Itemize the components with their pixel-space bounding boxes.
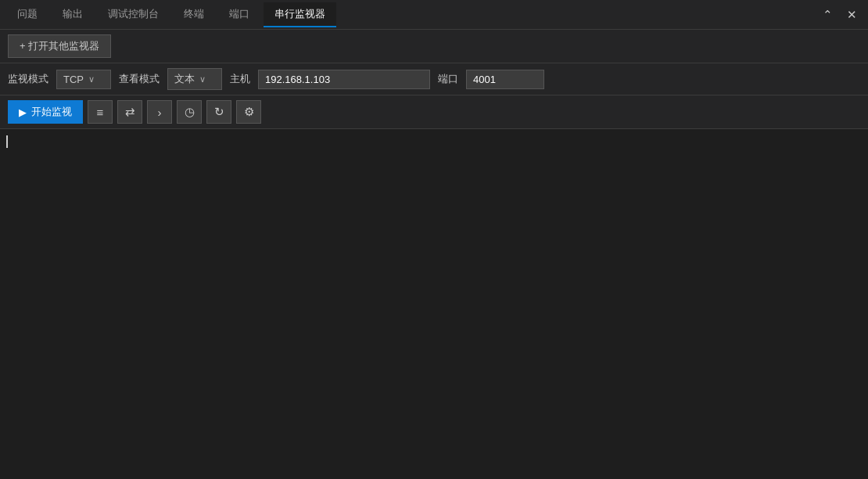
monitor-mode-value: TCP <box>63 74 84 85</box>
view-mode-value: 文本 <box>174 72 195 86</box>
view-mode-label: 查看模式 <box>119 72 160 86</box>
monitor-mode-chevron-icon: ∨ <box>88 74 95 85</box>
tab-ports[interactable]: 端口 <box>218 2 260 27</box>
clock-icon: ◷ <box>185 105 195 119</box>
host-input[interactable] <box>258 70 430 89</box>
start-icon: ▶ <box>19 106 27 118</box>
arrow-icon-button[interactable]: › <box>147 100 172 124</box>
text-cursor <box>6 135 8 148</box>
tab-serial-monitor[interactable]: 串行监视器 <box>264 2 336 27</box>
refresh-icon: ↻ <box>214 105 224 119</box>
connect-icon-button[interactable]: ⇄ <box>117 100 142 124</box>
tab-list: 问题 输出 调试控制台 终端 端口 串行监视器 <box>6 2 336 27</box>
settings-icon: ⚙ <box>244 105 254 119</box>
host-label: 主机 <box>230 72 250 86</box>
open-monitor-button[interactable]: + 打开其他监视器 <box>8 34 111 58</box>
tab-issues[interactable]: 问题 <box>6 2 48 27</box>
monitor-mode-dropdown[interactable]: TCP ∨ <box>56 70 111 89</box>
tab-bar: 问题 输出 调试控制台 终端 端口 串行监视器 ⌃ ✕ <box>0 0 868 30</box>
toolbar-settings: 监视模式 TCP ∨ 查看模式 文本 ∨ 主机 端口 <box>0 63 868 95</box>
view-mode-dropdown[interactable]: 文本 ∨ <box>167 68 222 90</box>
refresh-icon-button[interactable]: ↻ <box>206 100 231 124</box>
list-icon-button[interactable]: ≡ <box>88 100 113 124</box>
toolbar-open-monitor: + 打开其他监视器 <box>0 30 868 63</box>
close-button[interactable]: ✕ <box>842 6 862 23</box>
port-input[interactable] <box>466 70 544 89</box>
clock-icon-button[interactable]: ◷ <box>177 100 202 124</box>
list-icon: ≡ <box>97 106 104 119</box>
start-monitor-button[interactable]: ▶ 开始监视 <box>8 100 83 124</box>
monitor-mode-label: 监视模式 <box>8 72 48 86</box>
toolbar-controls: ▶ 开始监视 ≡ ⇄ › ◷ ↻ ⚙ <box>0 95 868 129</box>
connect-icon: ⇄ <box>125 105 135 119</box>
main-content <box>0 129 868 477</box>
minimize-button[interactable]: ⌃ <box>818 6 838 23</box>
window-controls: ⌃ ✕ <box>818 6 862 23</box>
view-mode-chevron-icon: ∨ <box>199 74 206 85</box>
tab-terminal[interactable]: 终端 <box>173 2 215 27</box>
port-label: 端口 <box>438 72 458 86</box>
arrow-icon: › <box>158 106 162 119</box>
settings-icon-button[interactable]: ⚙ <box>236 100 261 124</box>
tab-debug-console[interactable]: 调试控制台 <box>97 2 170 27</box>
start-label: 开始监视 <box>31 105 72 119</box>
tab-output[interactable]: 输出 <box>52 2 94 27</box>
